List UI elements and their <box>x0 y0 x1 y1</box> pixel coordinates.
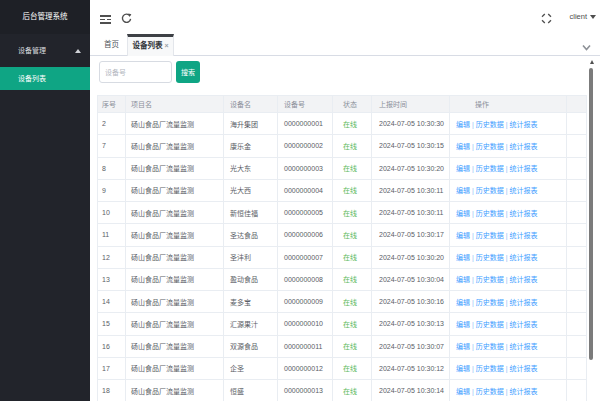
cell-device: 光大西 <box>224 179 278 201</box>
cell-number: 0000000001 <box>278 113 333 135</box>
history-data-link[interactable]: 历史数据 <box>476 143 504 150</box>
tabs-bar: 首页 设备列表× <box>90 34 600 56</box>
cell-device: 双源食品 <box>224 335 278 357</box>
sidebar: 后台管理系统 设备管理 设备列表 <box>0 0 90 401</box>
history-data-link[interactable]: 历史数据 <box>476 210 504 217</box>
edit-link[interactable]: 编辑 <box>456 232 470 239</box>
cell-report-time: 2024-07-05 10:30:04 <box>372 268 450 290</box>
table-row: 10砀山食品厂流量监测新恒佳福0000000005在线2024-07-05 10… <box>98 202 587 224</box>
fold-menu-icon[interactable] <box>100 15 111 24</box>
history-data-link[interactable]: 历史数据 <box>476 254 504 261</box>
cell-device: 康乐金 <box>224 135 278 157</box>
edit-link[interactable]: 编辑 <box>456 276 470 283</box>
cell-project: 砀山食品厂流量监测 <box>126 113 224 135</box>
edit-link[interactable]: 编辑 <box>456 121 470 128</box>
fullscreen-icon[interactable] <box>541 13 552 24</box>
col-header-status: 状态 <box>333 96 372 113</box>
history-data-link[interactable]: 历史数据 <box>476 121 504 128</box>
table-row: 8砀山食品厂流量监测光大东0000000003在线2024-07-05 10:3… <box>98 157 587 179</box>
edit-link[interactable]: 编辑 <box>456 254 470 261</box>
statistics-report-link[interactable]: 统计报表 <box>509 165 537 172</box>
cell-number: 0000000012 <box>278 357 333 379</box>
cell-actions: 编辑 | 历史数据 | 统计报表 <box>450 202 567 224</box>
cell-index: 18 <box>98 380 126 401</box>
edit-link[interactable]: 编辑 <box>456 365 470 372</box>
cell-number: 0000000002 <box>278 135 333 157</box>
cell-gutter <box>567 157 587 179</box>
statistics-report-link[interactable]: 统计报表 <box>509 210 537 217</box>
cell-gutter <box>567 135 587 157</box>
tab-label: 首页 <box>104 40 119 49</box>
edit-link[interactable]: 编辑 <box>456 299 470 306</box>
edit-link[interactable]: 编辑 <box>456 187 470 194</box>
table-row: 7砀山食品厂流量监测康乐金0000000002在线2024-07-05 10:3… <box>98 135 587 157</box>
scrollbar-thumb[interactable] <box>589 68 593 360</box>
col-header-actions: 操作 <box>450 96 567 113</box>
history-data-link[interactable]: 历史数据 <box>476 232 504 239</box>
scrollbar-up-arrow-icon[interactable] <box>590 60 594 64</box>
history-data-link[interactable]: 历史数据 <box>476 187 504 194</box>
statistics-report-link[interactable]: 统计报表 <box>509 187 537 194</box>
sidebar-item-device-list[interactable]: 设备列表 <box>0 67 90 90</box>
edit-link[interactable]: 编辑 <box>456 165 470 172</box>
cell-actions: 编辑 | 历史数据 | 统计报表 <box>450 380 567 401</box>
statistics-report-link[interactable]: 统计报表 <box>509 321 537 328</box>
statistics-report-link[interactable]: 统计报表 <box>509 232 537 239</box>
edit-link[interactable]: 编辑 <box>456 321 470 328</box>
cell-report-time: 2024-07-05 10:30:11 <box>372 202 450 224</box>
cell-report-time: 2024-07-05 10:30:07 <box>372 335 450 357</box>
refresh-icon[interactable] <box>121 13 132 24</box>
cell-status: 在线 <box>333 202 372 224</box>
history-data-link[interactable]: 历史数据 <box>476 165 504 172</box>
statistics-report-link[interactable]: 统计报表 <box>509 343 537 350</box>
statistics-report-link[interactable]: 统计报表 <box>509 388 537 395</box>
statistics-report-link[interactable]: 统计报表 <box>509 276 537 283</box>
statistics-report-link[interactable]: 统计报表 <box>509 299 537 306</box>
cell-number: 0000000006 <box>278 224 333 246</box>
cell-project: 砀山食品厂流量监测 <box>126 224 224 246</box>
cell-actions: 编辑 | 历史数据 | 统计报表 <box>450 357 567 379</box>
tab-close-icon[interactable]: × <box>164 42 168 49</box>
search-button[interactable]: 搜索 <box>176 61 200 83</box>
search-input[interactable] <box>99 61 172 83</box>
history-data-link[interactable]: 历史数据 <box>476 343 504 350</box>
history-data-link[interactable]: 历史数据 <box>476 388 504 395</box>
tab-home[interactable]: 首页 <box>99 34 124 56</box>
edit-link[interactable]: 编辑 <box>456 343 470 350</box>
statistics-report-link[interactable]: 统计报表 <box>509 121 537 128</box>
tabs-chevron-down-icon[interactable] <box>581 39 592 50</box>
cell-index: 13 <box>98 268 126 290</box>
cell-status: 在线 <box>333 380 372 401</box>
status-online-text: 在线 <box>343 365 357 372</box>
history-data-link[interactable]: 历史数据 <box>476 365 504 372</box>
cell-project: 砀山食品厂流量监测 <box>126 313 224 335</box>
status-online-text: 在线 <box>343 165 357 172</box>
cell-report-time: 2024-07-05 10:30:13 <box>372 313 450 335</box>
table-row: 16砀山食品厂流量监测双源食品0000000011在线2024-07-05 10… <box>98 335 587 357</box>
cell-index: 14 <box>98 291 126 313</box>
status-online-text: 在线 <box>343 143 357 150</box>
sidebar-item-device-management[interactable]: 设备管理 <box>0 39 90 63</box>
statistics-report-link[interactable]: 统计报表 <box>509 254 537 261</box>
history-data-link[interactable]: 历史数据 <box>476 299 504 306</box>
tab-device-list[interactable]: 设备列表× <box>127 34 174 56</box>
cell-actions: 编辑 | 历史数据 | 统计报表 <box>450 135 567 157</box>
user-dropdown[interactable]: client <box>569 0 596 34</box>
caret-down-icon <box>590 15 596 19</box>
history-data-link[interactable]: 历史数据 <box>476 321 504 328</box>
edit-link[interactable]: 编辑 <box>456 143 470 150</box>
cell-index: 9 <box>98 179 126 201</box>
edit-link[interactable]: 编辑 <box>456 210 470 217</box>
table-row: 12砀山食品厂流量监测圣沣利0000000007在线2024-07-05 10:… <box>98 246 587 268</box>
cell-gutter <box>567 113 587 135</box>
cell-status: 在线 <box>333 268 372 290</box>
vertical-scrollbar[interactable] <box>587 57 596 401</box>
edit-link[interactable]: 编辑 <box>456 388 470 395</box>
table-row: 9砀山食品厂流量监测光大西0000000004在线2024-07-05 10:3… <box>98 179 587 201</box>
table-row: 17砀山食品厂流量监测企圣0000000012在线2024-07-05 10:3… <box>98 357 587 379</box>
cell-status: 在线 <box>333 357 372 379</box>
statistics-report-link[interactable]: 统计报表 <box>509 365 537 372</box>
statistics-report-link[interactable]: 统计报表 <box>509 143 537 150</box>
cell-actions: 编辑 | 历史数据 | 统计报表 <box>450 335 567 357</box>
history-data-link[interactable]: 历史数据 <box>476 276 504 283</box>
